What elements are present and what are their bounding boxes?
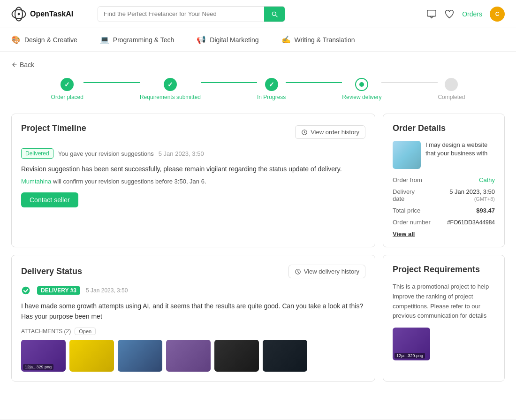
delivery-number-badge: DELIVERY #3 — [37, 286, 80, 295]
connector-2 — [201, 82, 257, 83]
connector-3 — [286, 82, 342, 83]
step-circle-progress: ✓ — [265, 78, 278, 91]
logo[interactable]: OpenTaskAI — [11, 7, 86, 22]
delivery-check-icon — [21, 286, 30, 295]
header-right: Orders C — [426, 7, 505, 22]
order-number-row: Order number #FO61DD3A44984 — [393, 219, 495, 226]
avatar[interactable]: C — [490, 7, 505, 22]
timeline-header: Project Timeline View order history — [21, 123, 365, 141]
back-icon — [11, 61, 18, 68]
delivery-date-row: Delivery date 5 Jan 2023, 3:50 (GMT+8) — [393, 188, 495, 202]
status-badges: Delivered You gave your revision suggest… — [21, 148, 365, 159]
programming-icon: 💻 — [100, 35, 109, 45]
delivery-history-icon — [295, 268, 301, 275]
svg-point-2 — [18, 13, 20, 15]
thumbnail-6[interactable] — [263, 340, 307, 372]
nav-cat-design-label: Design & Creative — [24, 36, 77, 44]
order-from-value: Cathy — [479, 176, 495, 183]
orders-link[interactable]: Orders — [462, 10, 482, 18]
top-row: Project Timeline View order history Deli… — [11, 114, 505, 247]
thumbnail-4[interactable] — [166, 340, 211, 372]
revision-message: Revision suggestion has been sent succes… — [21, 164, 365, 174]
view-history-label: View order history — [311, 129, 359, 136]
step-circle-completed — [445, 78, 458, 91]
confirm-suffix: will confirm your revision suggestions b… — [51, 178, 206, 185]
delivery-message: I have made some growth attempts using A… — [21, 301, 365, 322]
delivery-timestamp: 5 Jan 2023, 3:50 — [86, 287, 128, 294]
requirements-thumbnail[interactable]: 12ja...329.png — [393, 328, 430, 360]
search-button[interactable] — [264, 7, 285, 22]
back-link[interactable]: Back — [11, 61, 505, 69]
marketing-icon: 📢 — [197, 35, 206, 45]
attachment-thumbnails: 12ja...329.png — [21, 340, 365, 372]
thumbnail-5[interactable] — [214, 340, 259, 372]
step-circle-placed: ✓ — [61, 78, 74, 91]
svg-point-6 — [22, 287, 30, 295]
delivery-status-card: Delivery Status View delivery history DE… — [11, 255, 375, 382]
nav-cat-writing[interactable]: ✍️ Writing & Translation — [281, 35, 355, 45]
requirements-thumb-label: 12ja...329.png — [395, 353, 425, 359]
view-delivery-history-label: View delivery history — [304, 268, 359, 275]
nav-cat-design[interactable]: 🎨 Design & Creative — [11, 35, 77, 45]
messages-icon[interactable] — [426, 9, 437, 19]
view-all-link[interactable]: View all — [393, 230, 495, 237]
attachments-label-area: ATTACHMENTS (2) Open — [21, 328, 365, 335]
nav-cat-marketing-label: Digital Marketing — [210, 36, 258, 44]
thumbnail-3[interactable] — [118, 340, 162, 372]
step-requirements: ✓ Requirements submitted — [140, 78, 201, 100]
step-in-progress: ✓ In Progress — [257, 78, 286, 100]
project-timeline-card: Project Timeline View order history Deli… — [11, 114, 375, 247]
order-details-card: Order Details I may design a website tha… — [383, 114, 505, 247]
nav-cat-programming-label: Programming & Tech — [113, 36, 174, 44]
delivered-badge: Delivered — [21, 148, 53, 159]
back-label: Back — [20, 61, 34, 69]
confirm-text: Mumtahina will confirm your revision sug… — [21, 178, 365, 185]
step-label-review: Review delivery — [342, 94, 381, 100]
step-completed: Completed — [438, 78, 465, 100]
delivery-date-value: 5 Jan 2023, 3:50 (GMT+8) — [428, 188, 495, 202]
header: OpenTaskAI Orders C — [0, 0, 516, 28]
connector-4 — [381, 82, 438, 83]
step-order-placed: ✓ Order placed — [51, 78, 83, 100]
timeline-title: Project Timeline — [21, 123, 86, 133]
step-label-progress: In Progress — [257, 94, 286, 100]
search-input[interactable] — [98, 7, 264, 21]
order-number-label: Order number — [393, 219, 431, 226]
view-order-history-button[interactable]: View order history — [295, 125, 365, 139]
progress-steps: ✓ Order placed ✓ Requirements submitted … — [11, 78, 505, 100]
revision-label: You gave your revision suggestions — [58, 150, 154, 157]
project-requirements-title: Project Requirements — [393, 265, 495, 275]
seller-name[interactable]: Mumtahina — [21, 178, 51, 185]
delivery-badge-area: DELIVERY #3 5 Jan 2023, 3:50 — [21, 286, 365, 295]
contact-seller-button[interactable]: Contact seller — [21, 192, 78, 207]
connector-1 — [83, 82, 140, 83]
delivery-status-title: Delivery Status — [21, 267, 82, 276]
order-from-label: Order from — [393, 176, 422, 183]
thumbnail-2[interactable] — [69, 340, 114, 372]
logo-icon — [11, 7, 26, 22]
design-icon: 🎨 — [11, 35, 21, 45]
nav-categories: 🎨 Design & Creative 💻 Programming & Tech… — [0, 28, 516, 52]
revision-date: 5 Jan 2023, 3:50 — [159, 150, 204, 157]
svg-rect-3 — [427, 10, 436, 16]
step-label-completed: Completed — [438, 94, 465, 100]
order-description: I may design a website that your busines… — [425, 141, 495, 158]
step-review: Review delivery — [342, 78, 381, 100]
step-circle-requirements: ✓ — [164, 78, 177, 91]
search-bar — [98, 6, 285, 22]
view-delivery-history-button[interactable]: View delivery history — [288, 265, 365, 278]
thumb-label-1: 12ja...329.png — [23, 364, 53, 370]
step-circle-review — [355, 78, 368, 91]
open-badge[interactable]: Open — [75, 328, 96, 335]
total-price-label: Total price — [393, 207, 420, 214]
nav-cat-programming[interactable]: 💻 Programming & Tech — [100, 35, 174, 45]
thumbnail-1[interactable]: 12ja...329.png — [21, 340, 66, 372]
history-icon — [301, 129, 308, 136]
bottom-row: Delivery Status View delivery history DE… — [11, 255, 505, 382]
project-requirements-card: Project Requirements This is a promotion… — [383, 255, 505, 382]
order-thumbnail-area: I may design a website that your busines… — [393, 141, 495, 169]
nav-cat-writing-label: Writing & Translation — [295, 36, 355, 44]
project-requirements-text: This is a promotional project to help im… — [393, 282, 495, 321]
favorites-icon[interactable] — [444, 9, 455, 19]
nav-cat-marketing[interactable]: 📢 Digital Marketing — [197, 35, 258, 45]
